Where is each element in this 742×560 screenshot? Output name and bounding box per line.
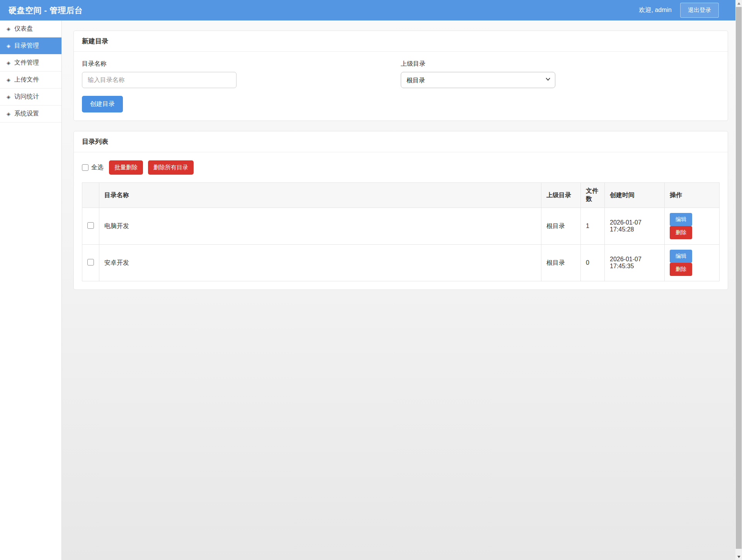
sidebar-item-dashboard[interactable]: ◈ 仪表盘	[0, 20, 61, 37]
diamond-icon: ◈	[7, 43, 10, 48]
directory-table: 目录名称 上级目录 文件数 创建时间 操作 电脑开发 根目录 1 2026-01…	[82, 182, 720, 281]
diamond-icon: ◈	[7, 60, 10, 65]
create-directory-card: 新建目录 目录名称 上级目录 根目录 创建目录	[73, 31, 728, 121]
sidebar-item-file-management[interactable]: ◈ 文件管理	[0, 54, 61, 71]
batch-delete-button[interactable]: 批量删除	[109, 160, 143, 175]
edit-button[interactable]: 编辑	[670, 250, 692, 263]
sidebar-item-directory-management[interactable]: ◈ 目录管理	[0, 37, 61, 54]
sidebar-item-label: 访问统计	[14, 93, 39, 101]
table-header-row: 目录名称 上级目录 文件数 创建时间 操作	[82, 183, 720, 208]
top-header: 硬盘空间 - 管理后台 欢迎, admin 退出登录	[0, 0, 742, 20]
cell-directory-name: 电脑开发	[99, 208, 541, 245]
scrollbar-thumb[interactable]	[736, 7, 742, 549]
welcome-text: 欢迎, admin	[639, 6, 672, 14]
sidebar-item-label: 仪表盘	[14, 25, 33, 33]
main-content: 新建目录 目录名称 上级目录 根目录 创建目录	[62, 20, 742, 560]
cell-file-count: 1	[581, 208, 605, 245]
directory-list-card: 目录列表 全选 批量删除 删除所有目录 目录名称 上级目录 文	[73, 131, 728, 290]
diamond-icon: ◈	[7, 94, 10, 99]
sidebar-item-label: 目录管理	[14, 42, 39, 50]
table-row: 安卓开发 根目录 0 2026-01-07 17:45:35 编辑 删除	[82, 245, 720, 281]
sidebar-item-label: 系统设置	[14, 110, 39, 118]
sidebar-item-upload-file[interactable]: ◈ 上传文件	[0, 71, 61, 89]
col-header-parent: 上级目录	[541, 183, 581, 208]
table-row: 电脑开发 根目录 1 2026-01-07 17:45:28 编辑 删除	[82, 208, 720, 245]
scroll-up-icon[interactable]	[735, 0, 742, 7]
col-header-actions: 操作	[665, 183, 720, 208]
col-header-name: 目录名称	[99, 183, 541, 208]
scroll-down-icon[interactable]	[735, 553, 742, 560]
row-checkbox[interactable]	[87, 222, 94, 229]
vertical-scrollbar[interactable]	[735, 0, 742, 560]
cell-created-time: 2026-01-07 17:45:35	[605, 245, 665, 281]
diamond-icon: ◈	[7, 77, 10, 82]
diamond-icon: ◈	[7, 111, 10, 116]
diamond-icon: ◈	[7, 26, 10, 31]
cell-parent-directory: 根目录	[541, 245, 581, 281]
cell-file-count: 0	[581, 245, 605, 281]
sidebar: ◈ 仪表盘 ◈ 目录管理 ◈ 文件管理 ◈ 上传文件 ◈ 访问统计 ◈ 系统设置	[0, 20, 62, 560]
delete-all-button[interactable]: 删除所有目录	[148, 160, 194, 175]
cell-created-time: 2026-01-07 17:45:28	[605, 208, 665, 245]
parent-directory-label: 上级目录	[401, 60, 720, 68]
delete-button[interactable]: 删除	[670, 263, 692, 276]
list-card-title: 目录列表	[74, 131, 728, 152]
logout-button[interactable]: 退出登录	[680, 3, 719, 18]
header-checkbox-cell	[82, 183, 99, 208]
app-title: 硬盘空间 - 管理后台	[9, 5, 83, 16]
create-card-title: 新建目录	[74, 31, 728, 52]
cell-directory-name: 安卓开发	[99, 245, 541, 281]
col-header-created: 创建时间	[605, 183, 665, 208]
directory-name-input[interactable]	[82, 72, 237, 88]
parent-directory-select[interactable]: 根目录	[401, 72, 555, 88]
sidebar-item-system-settings[interactable]: ◈ 系统设置	[0, 106, 61, 123]
sidebar-item-label: 上传文件	[14, 76, 39, 84]
select-all-checkbox[interactable]	[82, 164, 88, 171]
select-all-label: 全选	[91, 163, 104, 172]
edit-button[interactable]: 编辑	[670, 213, 692, 226]
delete-button[interactable]: 删除	[670, 226, 692, 239]
create-directory-button[interactable]: 创建目录	[82, 96, 123, 112]
row-checkbox[interactable]	[87, 259, 94, 266]
col-header-filecount: 文件数	[581, 183, 605, 208]
sidebar-item-label: 文件管理	[14, 59, 39, 67]
sidebar-item-access-stats[interactable]: ◈ 访问统计	[0, 89, 61, 106]
directory-name-label: 目录名称	[82, 60, 401, 68]
cell-parent-directory: 根目录	[541, 208, 581, 245]
